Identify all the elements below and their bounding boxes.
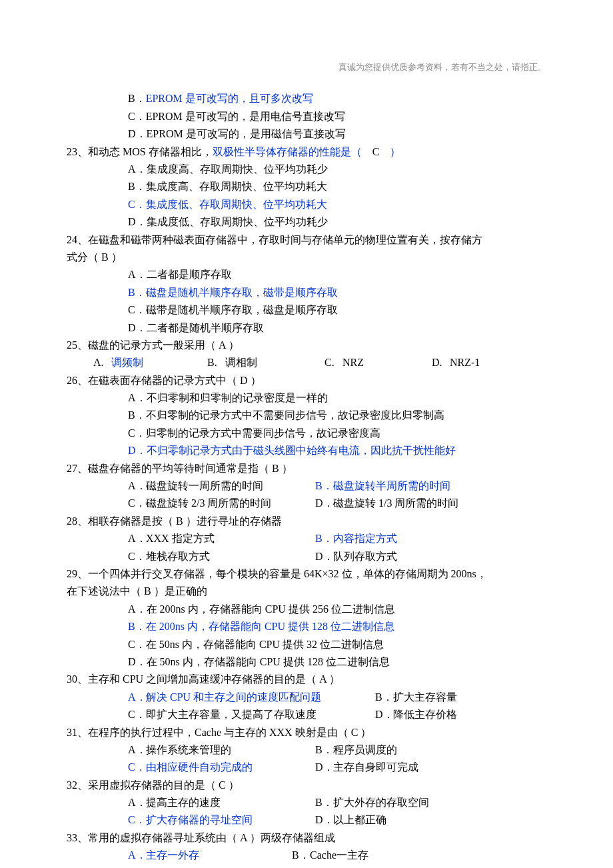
opt-label: A. (93, 357, 104, 368)
question-24: 24、在磁盘和磁带两种磁表面存储器中，存取时间与存储单元的物理位置有关，按存储方… (67, 231, 546, 337)
question-31: 31、在程序的执行过程中，Cache 与主存的 XXX 映射是由（ C ） A．… (67, 724, 546, 777)
q23-answer: C (372, 146, 380, 157)
opt-label: A． (128, 163, 147, 175)
q30-option-c: 即扩大主存容量，又提高了存取速度 (146, 706, 372, 723)
page-header-note: 真诚为您提供优质参考资料，若有不当之处，请指正。 (67, 60, 546, 74)
q23-stem-d: ） (390, 146, 400, 157)
q23-option-b: 集成度高、存取周期快、位平均功耗大 (146, 181, 327, 192)
q26-option-a: 不归零制和归零制的记录密度是一样的 (147, 392, 328, 403)
question-27: 27、磁盘存储器的平均等待时间通常是指（ B ） A．磁盘旋转一周所需的时间 B… (67, 460, 546, 513)
opt-label: D． (128, 445, 147, 456)
opt-label: D． (315, 761, 334, 773)
opt-label: B． (292, 849, 310, 861)
q30-option-a: 解决 CPU 和主存之间的速度匹配问题 (146, 689, 372, 706)
q28-option-c: 堆栈存取方式 (146, 548, 312, 565)
opt-label: D． (128, 656, 147, 667)
q24-stem-line1: 24、在磁盘和磁带两种磁表面存储器中，存取时间与存储单元的物理位置有关，按存储方 (67, 231, 546, 249)
q29-stem-line1: 29、一个四体并行交叉存储器，每个模块的容量是 64K×32 位，单体的存储周期… (67, 565, 546, 583)
opt-label: C． (128, 427, 146, 439)
q32-stem: 32、采用虚拟存储器的目的是（ C ） (67, 777, 546, 794)
opt-label: C． (128, 814, 146, 825)
q32-option-a: 提高主存的速度 (146, 794, 312, 811)
q28-option-a: XXX 指定方式 (146, 530, 312, 547)
q31-option-d: 主存自身即可完成 (333, 759, 418, 776)
q31-option-b: 程序员调度的 (333, 741, 397, 759)
opt-label: B． (315, 480, 333, 491)
question-22-continuation: B．EPROM 是可改写的，且可多次改写 C．EPROM 是可改写的，是用电信号… (67, 90, 546, 143)
opt-label: A． (128, 533, 147, 544)
question-23: 23、和动态 MOS 存储器相比，双极性半导体存储器的性能是（ C ） A．集成… (67, 143, 546, 231)
q28-stem: 28、相联存储器是按（ B ）进行寻址的存储器 (67, 513, 546, 530)
opt-label: D． (128, 128, 147, 139)
opt-label: D． (375, 709, 394, 720)
opt-label: D． (128, 322, 147, 333)
q29-option-c: 在 50ns 内，存储器能向 CPU 提供 32 位二进制信息 (146, 639, 384, 650)
q22-option-b: EPROM 是可改写的，且可多次改写 (146, 93, 313, 104)
opt-label: A． (128, 269, 147, 280)
q22-option-c: EPROM 是可改写的，是用电信号直接改写 (146, 111, 345, 122)
q30-option-b: 扩大主存容量 (393, 689, 457, 706)
opt-label: C． (128, 111, 146, 122)
opt-label: B． (128, 287, 146, 298)
q23-option-d: 集成度低、存取周期快、位平均功耗少 (147, 216, 328, 227)
q26-option-c: 归零制的记录方式中需要同步信号，故记录密度高 (146, 427, 380, 439)
opt-label: B． (128, 93, 146, 104)
q25-option-b: 调相制 (225, 354, 322, 371)
q27-option-d: 磁盘旋转 1/3 周所需的时间 (333, 495, 458, 512)
q33-stem: 33、常用的虚拟存储器寻址系统由（ A ）两级存储器组成 (67, 829, 546, 847)
q23-stem-a: 23、和动态 MOS 存储器相比， (67, 146, 213, 157)
q33-option-a: 主存一外存 (146, 847, 289, 864)
q23-option-a: 集成度高、存取周期快、位平均功耗少 (147, 163, 328, 175)
q29-option-b: 在 200ns 内，存储器能向 CPU 提供 128 位二进制信息 (146, 621, 394, 632)
opt-label: C. (324, 357, 334, 368)
q32-option-b: 扩大外存的存取空间 (333, 794, 429, 811)
opt-label: C． (128, 639, 146, 650)
q31-option-c: 由相应硬件自动完成的 (146, 759, 312, 776)
opt-label: D． (315, 497, 334, 509)
q33-option-b: Cache一主存 (310, 847, 368, 864)
opt-label: B． (128, 621, 146, 632)
q32-option-c: 扩大存储器的寻址空间 (146, 811, 312, 829)
opt-label: B． (375, 691, 393, 703)
q31-stem: 31、在程序的执行过程中，Cache 与主存的 XXX 映射是由（ C ） (67, 724, 546, 741)
q24-option-c: 磁带是随机半顺序存取，磁盘是顺序存取 (146, 304, 338, 315)
q28-option-d: 队列存取方式 (333, 548, 397, 565)
q24-option-a: 二者都是顺序存取 (147, 269, 232, 280)
opt-label: A． (128, 797, 147, 808)
opt-label: C． (128, 497, 146, 509)
q30-option-d: 降低主存价格 (393, 706, 457, 723)
opt-label: B． (315, 797, 333, 808)
opt-label: C． (128, 199, 146, 210)
q26-stem: 26、在磁表面存储器的记录方式中（ D ） (67, 372, 546, 389)
question-32: 32、采用虚拟存储器的目的是（ C ） A．提高主存的速度 B．扩大外存的存取空… (67, 777, 546, 829)
q23-stem-b: 双极性半导体存储器的性能是（ (213, 146, 362, 157)
q31-option-a: 操作系统来管理的 (146, 741, 312, 759)
opt-label: A． (128, 849, 147, 861)
opt-label: A． (128, 691, 147, 703)
q29-option-d: 在 50ns 内，存储器能向 CPU 提供 128 位二进制信息 (147, 656, 390, 667)
q22-option-d: EPROM 是可改写的，是用磁信号直接改写 (147, 128, 346, 139)
q26-option-d: 不归零制记录方式由于磁头线圈中始终有电流，因此抗干扰性能好 (147, 445, 456, 456)
opt-label: B. (207, 357, 217, 368)
q24-stem-line2: 式分（ B ） (67, 249, 546, 266)
opt-label: D． (128, 216, 147, 227)
q27-option-a: 磁盘旋转一周所需的时间 (146, 477, 312, 495)
q28-option-b: 内容指定方式 (333, 530, 397, 547)
q29-option-a: 在 200ns 内，存储器能向 CPU 提供 256 位二进制信息 (147, 603, 395, 615)
opt-label: C． (128, 709, 146, 720)
q25-stem: 25、磁盘的记录方式一般采用（ A ） (67, 337, 546, 354)
opt-label: A． (128, 744, 147, 755)
opt-label: B． (315, 533, 333, 544)
q26-option-b: 不归零制的记录方式中不需要同步信号，故记录密度比归零制高 (146, 409, 444, 421)
q23-option-c: 集成度低、存取周期快、位平均功耗大 (146, 199, 327, 210)
opt-label: C． (128, 761, 146, 773)
opt-label: B． (315, 744, 333, 755)
q27-option-c: 磁盘旋转 2/3 周所需的时间 (146, 495, 312, 512)
q25-option-d: NRZ-1 (450, 354, 480, 371)
q24-option-d: 二者都是随机半顺序存取 (147, 322, 264, 333)
q30-stem: 30、主存和 CPU 之间增加高速缓冲存储器的目的是（ A ） (67, 671, 546, 688)
opt-label: D． (315, 814, 334, 825)
opt-label: D. (432, 357, 442, 368)
question-33: 33、常用的虚拟存储器寻址系统由（ A ）两级存储器组成 A．主存一外存 B．C… (67, 829, 546, 865)
q24-option-b: 磁盘是随机半顺序存取，磁带是顺序存取 (146, 287, 338, 298)
